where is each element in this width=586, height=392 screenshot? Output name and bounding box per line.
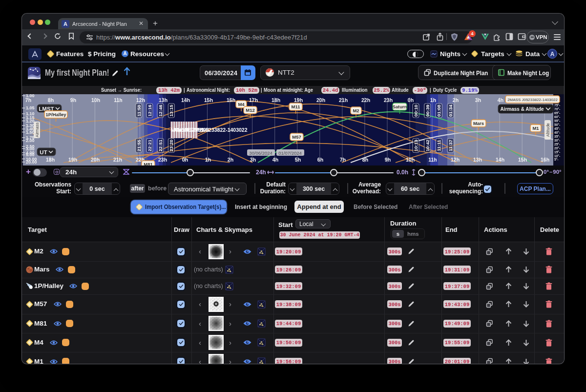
svg-text:Airmass & Altitude: Airmass & Altitude — [500, 106, 544, 112]
svg-text:9h: 9h — [385, 157, 391, 163]
svg-text:13:15: 13:15 — [168, 104, 174, 117]
svg-text:4h: 4h — [498, 97, 503, 103]
svg-text:01:08: 01:08 — [436, 104, 441, 116]
svg-text:18h: 18h — [272, 97, 280, 103]
svg-text:M57: M57 — [292, 134, 301, 140]
svg-text:2h: 2h — [228, 157, 233, 163]
svg-text:0h: 0h — [182, 157, 188, 163]
svg-text:2MASS J05233822-1403022: 2MASS J05233822-1403022 — [507, 98, 558, 102]
svg-text:11:11: 11:11 — [436, 140, 441, 151]
svg-text:M12: M12 — [246, 107, 254, 113]
svg-text:14h: 14h — [496, 157, 504, 163]
svg-text:0h: 0h — [408, 97, 414, 103]
svg-text:22:21: 22:21 — [147, 139, 152, 151]
svg-text:5°-: 5°- — [554, 158, 559, 161]
svg-text:11:50: 11:50 — [136, 105, 142, 117]
svg-text:00:10: 00:10 — [413, 104, 419, 116]
svg-text:21:55: 21:55 — [136, 139, 142, 151]
svg-text:20h: 20h — [91, 157, 100, 163]
svg-text:3h: 3h — [250, 157, 256, 163]
svg-text:17h: 17h — [249, 97, 258, 103]
svg-text:6h: 6h — [317, 157, 323, 163]
svg-text:11h: 11h — [428, 157, 437, 163]
svg-text:75°-: 75°- — [554, 103, 560, 107]
svg-text:23:20: 23:20 — [168, 140, 174, 151]
svg-text:20.00: 20.00 — [26, 160, 37, 165]
svg-text:2.00: 2.00 — [26, 138, 35, 143]
svg-text:18h: 18h — [46, 157, 55, 163]
svg-text:13h: 13h — [473, 157, 482, 163]
svg-text:Saturn: Saturn — [392, 104, 407, 109]
svg-text:60°-: 60°- — [554, 115, 560, 119]
svg-text:1.20: 1.20 — [26, 119, 35, 124]
svg-text:19h: 19h — [68, 157, 77, 163]
svg-text:8h: 8h — [362, 157, 368, 163]
svg-text:40°-: 40°- — [554, 131, 560, 134]
svg-text:15h: 15h — [518, 157, 527, 163]
svg-text:2h: 2h — [453, 97, 459, 103]
svg-text:11h: 11h — [114, 97, 123, 103]
svg-text:7h: 7h — [340, 157, 346, 163]
svg-text:M1: M1 — [532, 125, 539, 131]
svg-text:10:42: 10:42 — [425, 140, 430, 151]
svg-text:9h: 9h — [70, 97, 76, 103]
svg-text:M4: M4 — [238, 102, 245, 107]
svg-text:55°-: 55°- — [554, 119, 560, 123]
svg-text:d05233822-1403022: d05233822-1403022 — [200, 127, 248, 133]
svg-text:Mars: Mars — [473, 121, 484, 126]
svg-text:14h: 14h — [181, 97, 190, 103]
svg-text:12h: 12h — [136, 97, 145, 103]
svg-text:M81: M81 — [144, 162, 153, 165]
svg-text:12:16: 12:16 — [147, 104, 152, 116]
svg-text:16h: 16h — [227, 97, 235, 103]
svg-text:50°-: 50°- — [554, 123, 560, 126]
svg-text:12h: 12h — [451, 157, 460, 163]
svg-text:UT: UT — [40, 149, 47, 155]
svg-text:1.05: 1.05 — [26, 105, 35, 110]
svg-text:10°-: 10°- — [554, 154, 560, 158]
svg-text:01/07/2024: 01/07/2024 — [278, 150, 302, 156]
svg-text:3h: 3h — [475, 97, 481, 103]
svg-text:01:34: 01:34 — [448, 104, 453, 117]
svg-text:65°-: 65°- — [554, 111, 560, 115]
svg-text:23h: 23h — [384, 97, 393, 103]
svg-text:10:13: 10:13 — [413, 140, 419, 151]
svg-text:13h: 13h — [159, 97, 167, 103]
svg-text:1h: 1h — [430, 97, 436, 103]
svg-text:15h: 15h — [204, 97, 213, 103]
svg-text:Airmass: Airmass — [35, 123, 40, 137]
svg-text:22h: 22h — [361, 97, 370, 103]
svg-text:16h: 16h — [541, 157, 549, 163]
svg-text:8h: 8h — [48, 97, 54, 103]
svg-text:1.00: 1.00 — [26, 94, 35, 98]
svg-text:19h: 19h — [294, 97, 303, 103]
svg-text:00:39: 00:39 — [425, 104, 430, 116]
svg-text:23h: 23h — [158, 157, 167, 163]
svg-text:5h: 5h — [295, 157, 301, 163]
svg-text:35°-: 35°- — [554, 135, 560, 138]
svg-text:20°-: 20°- — [554, 146, 560, 150]
svg-text:21h: 21h — [339, 97, 348, 103]
svg-text:4h: 4h — [272, 157, 278, 163]
svg-text:M11: M11 — [292, 104, 301, 109]
svg-text:15°-: 15°- — [554, 150, 560, 154]
svg-text:1h: 1h — [205, 157, 211, 163]
svg-text:11:37: 11:37 — [448, 140, 453, 151]
svg-text:45°-: 45°- — [554, 127, 560, 130]
svg-text:70°-: 70°- — [554, 107, 560, 111]
svg-text:20h: 20h — [316, 97, 325, 103]
svg-text:30/06/2024: 30/06/2024 — [249, 150, 272, 156]
svg-text:1P/Halley: 1P/Halley — [45, 112, 66, 117]
svg-text:12:46: 12:46 — [158, 104, 163, 116]
svg-text:Altitude: Altitude — [545, 123, 550, 137]
svg-text:21h: 21h — [113, 157, 122, 163]
svg-text:M2: M2 — [353, 108, 359, 113]
svg-text:25°-: 25°- — [554, 143, 560, 146]
svg-text:10h: 10h — [406, 157, 415, 163]
svg-text:10h: 10h — [91, 97, 100, 103]
svg-text:30°-: 30°- — [554, 139, 560, 142]
svg-text:22:51: 22:51 — [158, 139, 163, 151]
svg-text:1.50: 1.50 — [26, 130, 35, 135]
